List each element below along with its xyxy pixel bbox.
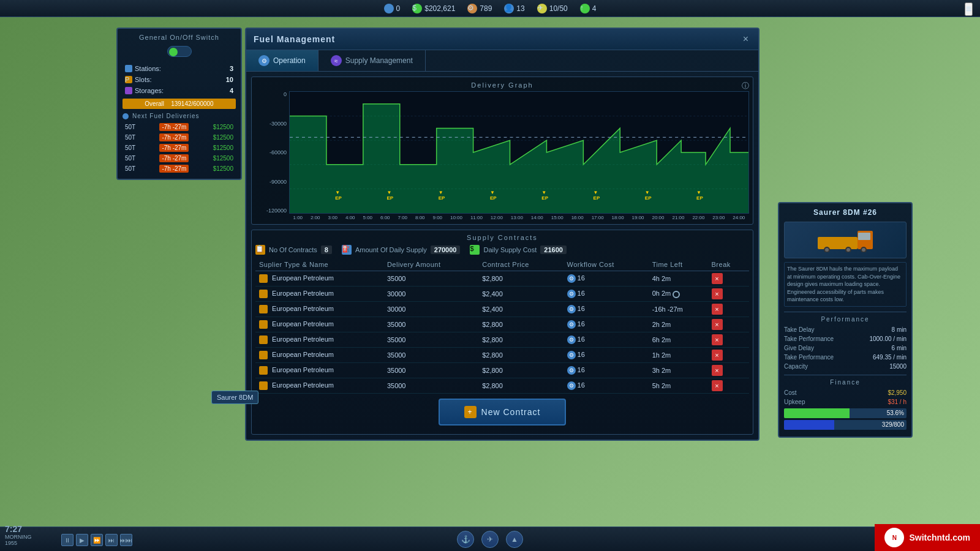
delete-contract-button[interactable]: × <box>712 350 723 361</box>
contract-row: European Petroleum 35000 $2,800 ⚙ 16 3h … <box>255 363 749 378</box>
give-delay-row: Give Delay 6 min <box>784 343 907 353</box>
workflow-cost: ⚙ 16 <box>564 287 649 302</box>
close-button[interactable]: × <box>741 34 751 45</box>
workflow-cost: ⚙ 16 <box>564 332 649 348</box>
supplier-name: European Petroleum <box>255 302 383 317</box>
supplier-icon <box>259 320 268 329</box>
storages-row: Storages: 4 <box>123 85 236 96</box>
time-display: 7:27 MORNING 1955 <box>5 524 32 546</box>
slots-row: P Slots: 10 <box>123 74 236 85</box>
nav-icon-3[interactable]: ▲ <box>506 531 523 548</box>
plane-icon: ✈ <box>537 4 547 13</box>
ep-marker: ▼EP <box>696 190 703 201</box>
time-left: 1h 2m <box>649 348 708 363</box>
hud-coin: 0 <box>384 4 401 13</box>
delivery-amount: 30000 <box>383 302 478 317</box>
col-price: Contract Price <box>478 258 563 271</box>
give-performance-row: Take Performance 649.35 / min <box>784 353 907 362</box>
break-cell[interactable]: × <box>708 378 749 394</box>
delivery-row: 50T -7h -27m $12500 <box>123 143 236 153</box>
delete-contract-button[interactable]: × <box>712 319 723 330</box>
contracts-count-icon: 📋 <box>255 245 265 255</box>
gear-hud-icon: ⚙ <box>467 4 477 13</box>
delete-contract-button[interactable]: × <box>712 365 723 376</box>
ep-marker: ▼EP <box>439 190 445 201</box>
media-controls: ⏸ ▶ ⏩ ⏭ ⏭⏭ <box>61 534 132 546</box>
workflow-cost: ⚙ 16 <box>564 317 649 332</box>
y-axis: 0 -30000 -60000 -90000 -120000 <box>255 91 289 214</box>
delivery-amount: 35000 <box>383 363 478 378</box>
supplier-name: European Petroleum <box>255 271 383 287</box>
switch-container[interactable] <box>123 46 236 57</box>
delete-contract-button[interactable]: × <box>712 334 723 345</box>
tab-supply-label: Supply Management <box>345 56 413 65</box>
delete-contract-button[interactable]: × <box>712 304 723 315</box>
ep-markers: ▼EP ▼EP ▼EP ▼EP ▼EP ▼EP ▼EP ▼EP <box>290 190 748 201</box>
hud-plane: ✈ 10/50 <box>537 4 568 13</box>
delivery-row: 50T -7h -27m $12500 <box>123 163 236 174</box>
delivery-graph-section: Delivery Graph ⓘ 0 -30000 -60000 -90000 … <box>251 77 753 225</box>
new-contract-button[interactable]: + New Contract <box>439 399 567 425</box>
nav-icon-1[interactable]: ⚓ <box>457 531 474 548</box>
pause-button[interactable]: ⏸ <box>61 534 74 546</box>
contract-row: European Petroleum 35000 $2,800 ⚙ 16 1h … <box>255 348 749 363</box>
workflow-cost: ⚙ 16 <box>564 378 649 394</box>
on-off-switch[interactable] <box>167 46 192 57</box>
capacity-row: Capacity 15000 <box>784 362 907 371</box>
break-cell[interactable]: × <box>708 317 749 332</box>
time-left: 4h 2m <box>649 271 708 287</box>
truck-image <box>784 222 907 258</box>
break-cell[interactable]: × <box>708 332 749 348</box>
contract-price: $2,800 <box>478 332 563 348</box>
play-button[interactable]: ▶ <box>76 534 88 546</box>
break-cell[interactable]: × <box>708 287 749 302</box>
contract-row: European Petroleum 35000 $2,800 ⚙ 16 2h … <box>255 317 749 332</box>
contract-price: $2,800 <box>478 378 563 394</box>
svg-rect-14 <box>858 233 870 240</box>
contract-price: $2,400 <box>478 302 563 317</box>
svg-point-13 <box>862 248 865 252</box>
fast-forward-button[interactable]: ⏩ <box>91 534 103 546</box>
break-cell[interactable]: × <box>708 348 749 363</box>
break-cell[interactable]: × <box>708 271 749 287</box>
daily-cost-item: $ Daily Supply Cost 21600 <box>470 245 566 255</box>
graph-info-icon[interactable]: ⓘ <box>533 81 749 91</box>
workflow-cost: ⚙ 16 <box>564 271 649 287</box>
progress-bar-2: 329/800 <box>784 420 907 430</box>
break-cell[interactable]: × <box>708 302 749 317</box>
workflow-gear-icon: ⚙ <box>567 290 576 298</box>
contract-row: European Petroleum 35000 $2,800 ⚙ 16 6h … <box>255 332 749 348</box>
supplier-name: European Petroleum <box>255 287 383 302</box>
ep-marker: ▼EP <box>645 190 652 201</box>
break-cell[interactable]: × <box>708 363 749 378</box>
workflow-gear-icon: ⚙ <box>567 351 576 359</box>
delete-contract-button[interactable]: × <box>712 380 723 391</box>
delivery-amount: 35000 <box>383 317 478 332</box>
ep-marker: ▼EP <box>541 190 548 201</box>
workflow-gear-icon: ⚙ <box>567 274 576 283</box>
dialog-title: Fuel Management <box>254 34 335 44</box>
workflow-gear-icon: ⚙ <box>567 335 576 344</box>
col-time: Time Left <box>649 258 708 271</box>
hud-gear: ⚙ 789 <box>467 4 492 13</box>
people-icon: 👤 <box>504 4 514 13</box>
delete-contract-button[interactable]: × <box>712 288 723 299</box>
stations-icon <box>125 65 132 72</box>
workflow-gear-icon: ⚙ <box>567 381 576 390</box>
skip-button[interactable]: ⏭ <box>105 534 118 546</box>
operation-tab-icon: ⚙ <box>258 55 270 66</box>
supply-tab-icon: ≈ <box>331 55 342 66</box>
supplier-icon <box>259 290 268 298</box>
contract-price: $2,800 <box>478 317 563 332</box>
tab-operation[interactable]: ⚙ Operation <box>246 50 318 71</box>
stations-row: Stations: 3 <box>123 63 236 74</box>
supplier-name: European Petroleum <box>255 317 383 332</box>
delete-contract-button[interactable]: × <box>712 273 723 284</box>
nav-icon-2[interactable]: ✈ <box>481 531 499 548</box>
time-left: 5h 2m <box>649 378 708 394</box>
menu-button[interactable]: ≡ <box>965 2 973 16</box>
workflow-gear-icon: ⚙ <box>567 305 576 313</box>
tab-supply-management[interactable]: ≈ Supply Management <box>318 50 426 71</box>
ep-marker: ▼EP <box>490 190 497 201</box>
end-button[interactable]: ⏭⏭ <box>120 534 132 546</box>
